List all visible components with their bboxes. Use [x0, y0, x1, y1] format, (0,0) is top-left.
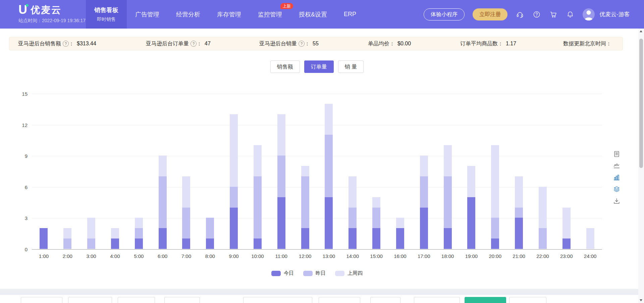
- mini-program-button[interactable]: 体验小程序: [424, 8, 465, 20]
- tab-1[interactable]: 销售额: [270, 60, 300, 73]
- bar-column-10:00[interactable]: [254, 145, 262, 249]
- nav-item-6[interactable]: 授权&设置: [290, 0, 335, 29]
- bar-chart-icon[interactable]: [613, 174, 620, 181]
- stat-separator: ：: [305, 40, 310, 47]
- nav-item-3[interactable]: 经营分析: [168, 0, 209, 29]
- stat-label: 单品均价: [368, 40, 389, 47]
- download-icon[interactable]: [613, 198, 620, 205]
- register-button[interactable]: 立即注册: [473, 8, 507, 20]
- filter-control-1[interactable]: [21, 297, 62, 303]
- page-scrollbar[interactable]: [638, 29, 644, 303]
- nav-item-2[interactable]: 广告管理: [127, 0, 168, 29]
- nav-item-5[interactable]: 监控管理上新: [250, 0, 290, 29]
- nav-item-7[interactable]: ERP: [335, 0, 365, 29]
- filter-control-10[interactable]: [509, 297, 546, 303]
- filter-control-8[interactable]: [414, 297, 460, 303]
- bar-column-6:00[interactable]: [159, 156, 167, 249]
- bar-column-1:00[interactable]: [40, 228, 48, 249]
- bar-column-23:00[interactable]: [562, 208, 571, 249]
- username[interactable]: 优麦云-游客: [599, 10, 630, 18]
- header-actions: 体验小程序 立即注册 优麦云-游客: [424, 0, 630, 29]
- help-circle-icon[interactable]: ?: [191, 41, 197, 47]
- bar-segment: [254, 239, 262, 249]
- bar-column-8:00[interactable]: [206, 218, 214, 249]
- logo[interactable]: U 优麦云 站点时间：2022-09-19 19:36:17: [18, 4, 86, 24]
- bell-icon[interactable]: [566, 10, 575, 19]
- stat-value: 47: [205, 41, 211, 47]
- bar-column-13:00[interactable]: [325, 104, 333, 249]
- data-view-icon[interactable]: [613, 150, 620, 158]
- bar-segment: [277, 156, 285, 197]
- filter-control-7[interactable]: [370, 297, 400, 303]
- bar-column-20:00[interactable]: [491, 145, 499, 249]
- x-tick-label: 21:00: [513, 253, 525, 259]
- chart-legend: 今日昨日上周四: [32, 270, 602, 276]
- bar-column-16:00[interactable]: [396, 218, 404, 249]
- headset-icon[interactable]: [516, 10, 524, 19]
- x-tick-label: 3:00: [86, 253, 96, 259]
- bar-column-21:00[interactable]: [515, 176, 523, 249]
- bar-column-18:00[interactable]: [444, 145, 452, 249]
- bar-column-15:00[interactable]: [372, 197, 380, 249]
- stat-label: 数据更新北京时间: [563, 40, 606, 47]
- x-tick-label: 1:00: [39, 253, 49, 259]
- top-navbar: U 优麦云 站点时间：2022-09-19 19:36:17 销售看板即时销售广…: [0, 0, 644, 29]
- x-tick-label: 9:00: [229, 253, 238, 259]
- nav-item-label: 销售看板: [94, 6, 118, 14]
- bar-column-22:00[interactable]: [539, 187, 547, 249]
- filter-control-6[interactable]: [319, 297, 360, 303]
- legend-label: 今日: [284, 270, 294, 276]
- bar-column-24:00[interactable]: [586, 228, 594, 249]
- bar-segment: [396, 228, 404, 249]
- cart-icon[interactable]: [549, 10, 558, 19]
- y-tick-label: 3: [13, 215, 28, 221]
- bar-column-14:00[interactable]: [348, 176, 357, 249]
- help-circle-icon[interactable]: ?: [299, 41, 305, 47]
- bar-segment: [372, 208, 380, 228]
- bar-segment: [182, 208, 190, 239]
- legend-item-1[interactable]: 今日: [271, 270, 294, 276]
- y-tick-label: 0: [13, 247, 28, 252]
- scroll-down-icon[interactable]: [638, 297, 644, 303]
- help-icon[interactable]: [532, 10, 541, 19]
- x-tick-label: 10:00: [251, 253, 264, 259]
- bar-column-5:00[interactable]: [135, 218, 143, 249]
- metric-tabs: 销售额订单量销 量: [32, 60, 602, 73]
- nav-item-label: 监控管理: [258, 10, 282, 18]
- bar-column-2:00[interactable]: [63, 228, 71, 249]
- bar-column-12:00[interactable]: [301, 166, 309, 249]
- stat-separator: ：: [498, 40, 503, 47]
- scrollbar-thumb[interactable]: [639, 39, 643, 168]
- tab-2[interactable]: 订单量: [304, 60, 334, 73]
- help-circle-icon[interactable]: ?: [63, 41, 69, 47]
- filter-control-3[interactable]: [118, 297, 155, 303]
- bar-column-17:00[interactable]: [420, 156, 428, 249]
- avatar[interactable]: [583, 8, 595, 20]
- nav-item-1[interactable]: 销售看板即时销售: [86, 0, 127, 29]
- bar-segment: [515, 208, 523, 218]
- legend-item-3[interactable]: 上周四: [335, 270, 363, 276]
- filter-control-5[interactable]: [243, 297, 312, 303]
- scroll-up-icon[interactable]: [638, 29, 644, 34]
- line-chart-icon[interactable]: [613, 162, 620, 169]
- filter-control-4[interactable]: [164, 297, 200, 303]
- bar-segment: [325, 135, 333, 197]
- legend-item-2[interactable]: 昨日: [303, 270, 326, 276]
- bar-segment: [230, 187, 238, 208]
- bar-segment: [63, 228, 71, 239]
- stack-icon[interactable]: [613, 186, 620, 193]
- bar-column-11:00[interactable]: [277, 114, 285, 249]
- nav-item-4[interactable]: 库存管理: [209, 0, 250, 29]
- bar-column-3:00[interactable]: [87, 218, 95, 249]
- bar-column-19:00[interactable]: [467, 166, 475, 249]
- filter-control-2[interactable]: [68, 297, 112, 303]
- bar-segment: [182, 239, 190, 249]
- bar-segment: [135, 218, 143, 228]
- bar-column-7:00[interactable]: [182, 176, 190, 249]
- bar-column-4:00[interactable]: [111, 228, 119, 249]
- bar-segment: [586, 228, 594, 249]
- tab-3[interactable]: 销 量: [338, 60, 364, 73]
- bar-column-9:00[interactable]: [230, 114, 238, 249]
- bar-segment: [539, 228, 547, 249]
- query-button[interactable]: [465, 297, 506, 303]
